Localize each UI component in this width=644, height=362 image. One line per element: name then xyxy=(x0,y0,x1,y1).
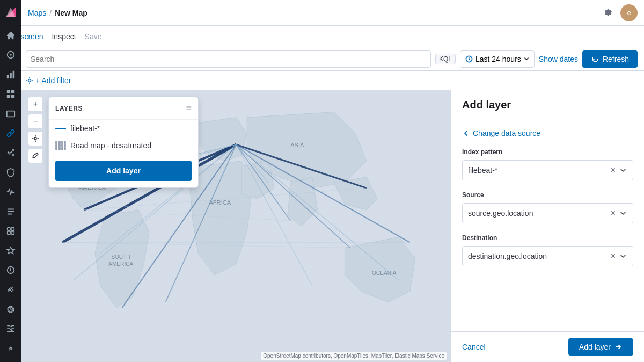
sidebar-item-home[interactable] xyxy=(1,26,20,45)
clock-icon xyxy=(465,55,473,63)
svg-point-3 xyxy=(10,54,12,56)
refresh-button[interactable]: Refresh xyxy=(582,50,638,68)
sidebar-item-discover[interactable] xyxy=(1,46,20,64)
refresh-label: Refresh xyxy=(603,55,629,63)
filter-bar: + Add filter xyxy=(0,71,644,90)
add-filter-label: + Add filter xyxy=(35,76,71,85)
search-wrapper[interactable] xyxy=(26,50,431,68)
svg-rect-6 xyxy=(13,71,15,78)
left-sidebar xyxy=(0,0,21,90)
time-picker[interactable]: Last 24 hours xyxy=(460,50,535,68)
inspect-link[interactable]: Inspect xyxy=(52,32,76,41)
gear-small-icon xyxy=(26,77,33,84)
sidebar-item-dashboard[interactable] xyxy=(1,85,20,90)
chevron-down-icon xyxy=(523,56,530,62)
breadcrumb-parent[interactable]: Maps xyxy=(28,9,46,17)
save-link[interactable]: Save xyxy=(85,32,102,41)
breadcrumb-current: New Map xyxy=(55,9,87,17)
sidebar-item-visualize[interactable] xyxy=(1,65,20,83)
search-input[interactable] xyxy=(31,55,426,63)
top-nav: Maps / New Map e xyxy=(0,0,644,26)
toolbar: KQL Last 24 hours Show dates Refresh xyxy=(0,47,644,71)
kql-badge[interactable]: KQL xyxy=(435,54,456,64)
user-avatar[interactable]: e xyxy=(620,4,638,21)
refresh-icon xyxy=(591,55,599,63)
kibana-logo xyxy=(2,4,19,21)
second-bar: Full screen Inspect Save xyxy=(0,26,644,47)
add-filter-button[interactable]: + Add filter xyxy=(26,76,71,85)
show-dates-button[interactable]: Show dates xyxy=(539,55,578,63)
time-label: Last 24 hours xyxy=(475,55,521,63)
settings-button[interactable] xyxy=(599,4,616,21)
breadcrumb: Maps / New Map xyxy=(28,9,309,17)
svg-point-21 xyxy=(28,79,31,82)
svg-rect-5 xyxy=(10,73,12,78)
svg-rect-4 xyxy=(7,75,9,78)
